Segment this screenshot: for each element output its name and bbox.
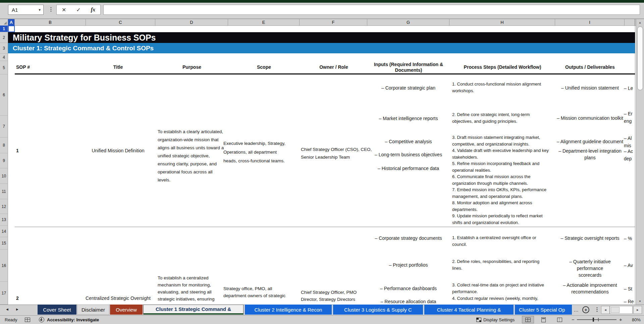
formula-bar-kebab-icon[interactable]: ⋮ — [48, 6, 54, 12]
row-header-15[interactable]: 15 — [0, 237, 8, 250]
sop1-title-cell[interactable]: Unified Mission Definition — [80, 148, 156, 153]
cancel-icon[interactable]: ✕ — [62, 7, 66, 13]
row-header-1[interactable]: 1 — [0, 25, 8, 32]
row-header-11[interactable]: 11 — [0, 184, 8, 199]
zoom-slider-track[interactable] — [577, 319, 616, 320]
sop1-process-step[interactable]: 3. Draft mission statement integrating m… — [452, 134, 556, 147]
sop2-nextcol-fragment[interactable]: – Re — [624, 298, 634, 305]
tab-scroll-right-icon[interactable]: ► — [15, 307, 19, 311]
header-title[interactable]: Title — [80, 61, 156, 73]
sop1-process-step[interactable]: 9. Update mission periodically to reflec… — [452, 213, 556, 226]
formula-input[interactable] — [103, 5, 640, 15]
sop1-number-cell[interactable]: 1 — [16, 148, 19, 153]
view-normal-button[interactable] — [522, 316, 534, 323]
tab-overflow-ellipsis[interactable]: … — [574, 307, 579, 313]
name-box[interactable]: A1 ▾ — [8, 5, 44, 15]
column-header-C[interactable]: C — [86, 19, 155, 25]
column-header-B[interactable]: B — [15, 19, 86, 25]
tab-bar-kebab-icon[interactable]: ⋮ — [594, 306, 600, 313]
sop1-input-item[interactable]: – Long-term business objectives — [367, 151, 449, 158]
row-header-3[interactable]: 3 — [0, 43, 8, 54]
sop2-process-step[interactable]: 1. Establish a centralized oversight off… — [452, 234, 556, 248]
cluster-band[interactable]: Cluster 1: Strategic Command & Control S… — [8, 43, 635, 53]
add-sheet-button[interactable]: + — [582, 306, 589, 313]
sop1-nextcol-fragment[interactable]: – Al mis — [624, 134, 632, 149]
row-header-2[interactable]: 2 — [0, 32, 8, 43]
column-header-partial[interactable] — [625, 19, 635, 25]
active-cell-A1[interactable] — [8, 25, 15, 32]
sop2-process-step[interactable]: 4. Conduct regular reviews (weekly, mont… — [452, 295, 556, 302]
sop1-process-step[interactable]: 8. Monitor adoption and alignment across… — [452, 200, 556, 213]
sop2-process-step[interactable]: 3. Collect real-time data on project and… — [452, 282, 556, 295]
column-header-E[interactable]: E — [228, 19, 300, 25]
header-inputs[interactable]: Inputs (Required Information & Documents… — [368, 61, 449, 73]
insert-function-icon[interactable]: fx — [91, 7, 95, 13]
row-header-5[interactable]: 5 — [0, 61, 8, 74]
tab-cluster-5[interactable]: Cluster 5 Special Op — [515, 305, 572, 315]
row-header-12[interactable]: 12 — [0, 199, 8, 214]
sop1-nextcol-fragment[interactable]: – Er eng — [624, 110, 633, 125]
vertical-scrollbar[interactable]: ▲ ▼ — [636, 19, 644, 305]
header-scope[interactable]: Scope — [228, 61, 300, 73]
hscroll-right-button[interactable]: ► — [633, 306, 642, 314]
sop1-input-item[interactable]: – Competitive analysis — [367, 138, 449, 145]
tab-disclaimer[interactable]: Disclaimer — [77, 305, 109, 315]
sop2-input-item[interactable]: – Corporate strategy documents — [367, 235, 449, 241]
sop1-nextcol-fragment[interactable]: – Le — [624, 85, 633, 92]
header-purpose[interactable]: Purpose — [156, 61, 228, 73]
sop1-output-item[interactable]: – Department-level integration plans — [556, 148, 624, 161]
sop2-nextcol-fragment[interactable]: – Av — [624, 262, 633, 269]
tab-scroll-left-icon[interactable]: ◄ — [5, 307, 9, 311]
row-header-7[interactable]: 7 — [0, 116, 8, 138]
sop1-process-step[interactable]: 6. Communicate final mission across the … — [452, 173, 556, 186]
column-header-H[interactable]: H — [449, 19, 555, 25]
sop1-process-step[interactable]: 2. Define core strategic intent, long-te… — [452, 111, 556, 124]
zoom-slider-thumb[interactable] — [593, 318, 594, 322]
display-settings-button[interactable]: Display Settings — [483, 317, 515, 322]
header-sop-num[interactable]: SOP # — [16, 61, 53, 73]
column-header-G[interactable]: G — [367, 19, 449, 25]
sop1-process-step[interactable]: 4. Validate draft with executive leaders… — [452, 147, 556, 160]
sop2-title-cell[interactable]: Centralized Strategic Oversight — [80, 295, 156, 301]
row-header-6[interactable]: 6 — [0, 74, 8, 116]
view-page-break-button[interactable] — [553, 316, 566, 323]
sop2-nextcol-fragment[interactable]: – % — [624, 235, 632, 242]
row-header-14[interactable]: 14 — [0, 226, 8, 237]
zoom-percentage[interactable]: 80% — [627, 317, 641, 322]
header-owner[interactable]: Owner / Role — [300, 61, 368, 73]
sop1-process-step[interactable]: 5. Refine mission incorporating feedback… — [452, 160, 556, 173]
tab-cluster-3[interactable]: Cluster 3 Logistics & Supply C — [333, 305, 423, 315]
sop1-owner-cell[interactable]: Chief Strategy Officer (CSO), CEO, Senio… — [301, 146, 378, 161]
tab-overview[interactable]: Overview — [110, 305, 143, 315]
zoom-out-button[interactable]: − — [572, 317, 575, 322]
sop1-input-item[interactable]: – Historical performance data — [367, 165, 449, 172]
horizontal-scroll-track[interactable] — [610, 306, 633, 314]
sop1-scope-cell[interactable]: Executive leadership, Strategy, Operatio… — [223, 139, 304, 165]
name-box-dropdown-icon[interactable]: ▾ — [39, 8, 43, 12]
sop2-input-item[interactable]: – Project portfolios — [367, 262, 449, 268]
tab-cluster-1-active[interactable]: Cluster 1 Strategic Command & — [143, 305, 244, 315]
sop1-output-item[interactable]: – Mission communication toolkit — [556, 115, 624, 121]
sop1-input-item[interactable]: – Market intelligence reports — [367, 115, 449, 122]
sheet-title-band[interactable]: Military Strategy for Business SOPs — [8, 32, 635, 43]
sop2-input-item[interactable]: – Resource allocation data — [367, 298, 449, 305]
sop1-process-step[interactable]: 1. Conduct cross-functional mission alig… — [452, 81, 556, 94]
row-header-10[interactable]: 10 — [0, 168, 8, 184]
sop1-nextcol-fragment[interactable]: – Ac dep — [624, 148, 633, 162]
sop2-process-step[interactable]: 2. Define roles, responsibilities, and r… — [452, 258, 556, 272]
sop1-output-item[interactable]: – Alignment guideline document — [556, 138, 624, 145]
row-header-16[interactable]: 16 — [0, 250, 8, 282]
row-header-13[interactable]: 13 — [0, 214, 8, 226]
column-header-D[interactable]: D — [155, 19, 228, 25]
row-header-17[interactable]: 17 — [0, 282, 8, 305]
sop1-input-item[interactable]: – Corporate strategic plan — [367, 85, 449, 91]
accept-icon[interactable]: ✓ — [76, 7, 80, 13]
scroll-down-icon[interactable]: ▼ — [637, 299, 643, 304]
view-page-layout-button[interactable] — [537, 316, 549, 323]
accessibility-status[interactable]: Accessibility: Investigate — [47, 317, 99, 322]
sop2-number-cell[interactable]: 2 — [16, 295, 19, 301]
scroll-up-icon[interactable]: ▲ — [637, 20, 643, 25]
sop2-output-item[interactable]: – Quarterly initiative performance score… — [556, 258, 624, 278]
header-outputs[interactable]: Outputs / Deliverables — [555, 61, 625, 73]
sop2-scope-cell[interactable]: Strategy office, PMO, all department own… — [223, 285, 304, 299]
